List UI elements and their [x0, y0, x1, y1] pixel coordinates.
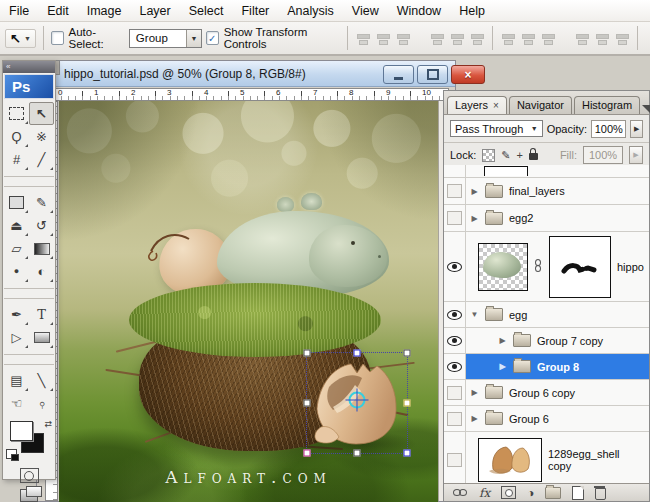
tab-close-icon[interactable]: ×	[493, 100, 499, 111]
mask-link-icon[interactable]	[534, 259, 543, 274]
collapse-triangle-icon[interactable]: ▼	[470, 310, 479, 319]
pen-tool[interactable]: ✒	[4, 303, 29, 326]
eyedropper-tool[interactable]: ╲	[29, 369, 54, 392]
menu-analysis[interactable]: Analysis	[278, 2, 343, 20]
layer-row-group6[interactable]: ▶ Group 6	[444, 406, 649, 432]
foreground-color-swatch[interactable]	[10, 421, 33, 441]
align-top-edges-icon[interactable]	[355, 32, 371, 45]
layer-row-clipped-top[interactable]	[444, 165, 649, 178]
layer-row-final-layers[interactable]: ▶ final_layers	[444, 178, 649, 205]
auto-select-checkbox[interactable]	[51, 31, 64, 45]
history-brush-tool[interactable]: ↺	[29, 214, 54, 237]
close-button[interactable]: ×	[451, 65, 485, 84]
visibility-toggle[interactable]	[447, 412, 462, 426]
align-vertical-centers-icon[interactable]	[375, 32, 391, 45]
menu-image[interactable]: Image	[78, 2, 131, 20]
transform-handle-bottom-right[interactable]	[404, 450, 411, 457]
eye-icon[interactable]	[447, 310, 462, 320]
transform-handle-middle-right[interactable]	[404, 400, 411, 407]
layer-mask-thumbnail[interactable]	[549, 236, 611, 298]
expand-triangle-icon[interactable]: ▶	[470, 187, 479, 196]
default-colors-icon[interactable]	[6, 449, 17, 459]
distribute-bottom-edges-icon[interactable]	[540, 32, 556, 45]
auto-select-dropdown[interactable]: Group ▼	[129, 29, 202, 48]
notes-tool[interactable]: ▤	[4, 369, 29, 392]
tab-navigator[interactable]: Navigator	[509, 96, 572, 114]
transform-handle-top-right[interactable]	[404, 350, 411, 357]
menu-help[interactable]: Help	[450, 2, 494, 20]
menu-edit[interactable]: Edit	[38, 2, 78, 20]
visibility-toggle[interactable]	[447, 211, 462, 225]
layer-thumbnail[interactable]	[478, 438, 542, 482]
align-bottom-edges-icon[interactable]	[395, 32, 411, 45]
maximize-button[interactable]	[417, 65, 448, 84]
visibility-toggle[interactable]	[447, 386, 462, 400]
distribute-vertical-centers-icon[interactable]	[520, 32, 536, 45]
lock-position-icon[interactable]: +	[517, 149, 523, 161]
panel-flyout-icon[interactable]	[642, 105, 650, 114]
expand-triangle-icon[interactable]: ▶	[470, 388, 479, 397]
distribute-left-edges-icon[interactable]	[574, 32, 590, 45]
opacity-slider-icon[interactable]: ▶	[630, 120, 643, 138]
eye-icon[interactable]	[447, 262, 462, 272]
tab-histogram[interactable]: Histogram	[574, 96, 640, 114]
expand-triangle-icon[interactable]: ▶	[498, 336, 507, 345]
delete-layer-icon[interactable]	[595, 488, 606, 500]
tool-preset-picker[interactable]: ↖ ▼	[5, 29, 36, 48]
transform-handle-bottom-center[interactable]	[354, 450, 361, 457]
path-selection-tool[interactable]: ▷	[4, 326, 29, 349]
distribute-right-edges-icon[interactable]	[614, 32, 630, 45]
menu-select[interactable]: Select	[180, 2, 233, 20]
eye-icon[interactable]	[447, 362, 462, 372]
layer-row-group6copy[interactable]: ▶ Group 6 copy	[444, 380, 649, 406]
transform-bounding-box[interactable]	[306, 352, 408, 454]
distribute-horizontal-centers-icon[interactable]	[594, 32, 610, 45]
brush-tool[interactable]: ✎	[29, 191, 54, 214]
layer-row-group8-selected[interactable]: ▶ Group 8	[444, 354, 649, 380]
transform-handle-middle-left[interactable]	[304, 400, 311, 407]
transform-handle-top-center[interactable]	[354, 350, 361, 357]
menu-filter[interactable]: Filter	[232, 2, 278, 20]
layer-thumbnail[interactable]	[478, 243, 528, 291]
swap-colors-icon[interactable]: ⇄	[44, 419, 52, 429]
lock-pixels-icon[interactable]: ✎	[501, 149, 510, 162]
magic-wand-tool[interactable]: ※	[29, 125, 54, 148]
new-group-icon[interactable]	[545, 487, 561, 499]
blur-tool[interactable]: ●	[4, 260, 29, 283]
quick-mask-button[interactable]	[20, 468, 39, 483]
screen-mode-button[interactable]	[20, 489, 38, 502]
layer-row-egg2[interactable]: ▶ egg2	[444, 205, 649, 232]
hand-tool[interactable]: ☜	[4, 392, 29, 415]
clone-stamp-tool[interactable]: ⏏	[4, 214, 29, 237]
show-transform-checkbox[interactable]: ✓	[206, 31, 219, 45]
add-layer-mask-icon[interactable]	[501, 486, 516, 499]
eye-icon[interactable]	[447, 336, 462, 346]
blend-mode-dropdown[interactable]: Pass Through ▼	[450, 120, 543, 137]
menu-file[interactable]: File	[0, 2, 38, 20]
rectangular-marquee-tool[interactable]	[4, 102, 29, 125]
shape-tool[interactable]	[29, 326, 54, 349]
move-tool[interactable]: ↖	[29, 102, 54, 125]
visibility-toggle[interactable]	[447, 453, 462, 467]
transform-handle-bottom-left[interactable]	[304, 450, 311, 457]
align-right-edges-icon[interactable]	[469, 32, 485, 45]
layer-row-egg[interactable]: ▼ egg	[444, 302, 649, 328]
lock-all-icon[interactable]	[529, 153, 538, 160]
crop-tool[interactable]: #	[4, 148, 29, 171]
lasso-tool[interactable]: Ϙ	[4, 125, 29, 148]
tab-layers[interactable]: Layers ×	[447, 96, 507, 114]
minimize-button[interactable]	[383, 65, 414, 84]
layer-style-icon[interactable]: fx	[479, 486, 490, 500]
eraser-tool[interactable]: ▱	[4, 237, 29, 260]
menu-window[interactable]: Window	[388, 2, 450, 20]
layer-row-group7copy[interactable]: ▶ Group 7 copy	[444, 328, 649, 354]
menu-layer[interactable]: Layer	[130, 2, 179, 20]
opacity-value[interactable]: 100%	[591, 120, 626, 138]
new-layer-icon[interactable]	[572, 486, 584, 500]
slice-tool[interactable]: ╱	[29, 148, 54, 171]
visibility-toggle[interactable]	[447, 184, 462, 198]
expand-triangle-icon[interactable]: ▶	[470, 214, 479, 223]
link-layers-icon[interactable]	[453, 488, 468, 497]
zoom-tool[interactable]: ⌕	[29, 392, 54, 415]
distribute-top-edges-icon[interactable]	[500, 32, 516, 45]
